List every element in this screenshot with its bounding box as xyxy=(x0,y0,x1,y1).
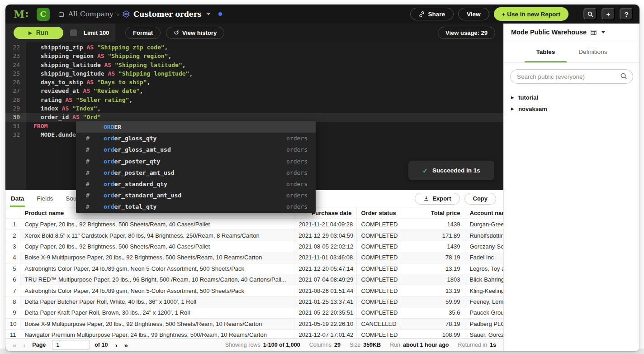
page-input[interactable] xyxy=(52,340,90,350)
schema-tree-item-novaksam[interactable]: ▶novaksam xyxy=(504,103,639,115)
line-number: 22 xyxy=(5,43,20,52)
cell-purchase-date: 2021-01-25 13:37:41 xyxy=(294,296,356,307)
play-icon: ▶ xyxy=(28,30,32,35)
cell-total-price: 13.19 xyxy=(400,285,465,296)
view-button[interactable]: View xyxy=(458,8,489,20)
tree-item-label: tutorial xyxy=(518,94,538,101)
cell-purchase-date: 2021-07-04 08:49:29 xyxy=(294,274,356,285)
cell-account-name: Padberg PLC xyxy=(465,318,503,329)
schema-tree-item-tutorial[interactable]: ▶tutorial xyxy=(504,92,639,103)
column-header[interactable]: Account name xyxy=(465,207,503,219)
cell-account-name: Legros, Toy an xyxy=(465,263,503,274)
code-text: reviewed_at AS "Review date", xyxy=(20,86,143,95)
view-usage-button[interactable]: View usage: 29 xyxy=(438,27,495,39)
view-history-button[interactable]: ↺ View history xyxy=(166,27,224,39)
numeric-column-icon: # xyxy=(76,203,104,210)
autocomplete-query-row[interactable]: ORDER xyxy=(76,121,316,133)
database-icon xyxy=(590,29,597,36)
check-icon: ✓ xyxy=(422,167,428,174)
results-footer: « ‹ Page of 10 › » Showing rows1-100 of … xyxy=(5,338,503,351)
workspace-icon[interactable]: C xyxy=(37,8,50,21)
option-source: orders xyxy=(286,203,316,210)
option-source: orders xyxy=(286,158,316,165)
breadcrumb-org[interactable]: All Company xyxy=(68,10,114,18)
sidebar-tab-definitions[interactable]: Definitions xyxy=(567,41,619,62)
table-row: 10Boise X-9 Multipurpose Paper, 20 lbs.,… xyxy=(5,318,503,329)
cell-purchase-date: 2021-08-05 22:02:12 xyxy=(294,241,356,252)
table-row: 7Astrobrights Color Paper, 24 lb./89 gsm… xyxy=(5,285,503,296)
plus-icon: + xyxy=(606,10,611,18)
use-in-new-report-button[interactable]: + Use in new Report xyxy=(494,7,568,21)
run-button[interactable]: ▶ Run xyxy=(14,27,63,39)
last-page-button[interactable]: » xyxy=(124,342,128,349)
table-row: 9Delta Paper Kraft Paper Roll, Brown, 30… xyxy=(5,307,503,318)
cell-total-price: 35.6 xyxy=(400,307,465,318)
results-tab-fields[interactable]: Fields xyxy=(36,190,54,207)
autocomplete-option[interactable]: #order_gloss_amt_usdorders xyxy=(76,144,316,155)
first-page-button[interactable]: « xyxy=(13,342,16,349)
autocomplete-option[interactable]: #order_gloss_qtyorders xyxy=(76,133,316,144)
code-text: shipping_zip AS "Shipping zip code", xyxy=(20,43,168,52)
autocomplete-option[interactable]: #order_standard_qtyorders xyxy=(76,178,316,190)
table-row: 11Navigator Premium Multipurpose Paper, … xyxy=(5,329,503,338)
code-line: 30 order_id AS "Ord" xyxy=(5,113,503,121)
tree-item-label: novaksam xyxy=(518,105,547,112)
cell-total-price: 78.19 xyxy=(400,318,465,329)
code-text: shipping_region AS "Shipping region", xyxy=(20,52,171,60)
format-button[interactable]: Format xyxy=(125,27,161,39)
cell-total-price: 171.89 xyxy=(400,230,465,241)
autocomplete-option[interactable]: #order_poster_qtyorders xyxy=(76,156,316,167)
results-tab-data[interactable]: Data xyxy=(10,190,25,207)
row-number: 10 xyxy=(5,318,20,329)
search-button[interactable] xyxy=(583,8,597,20)
add-button[interactable]: + xyxy=(601,8,615,20)
cell-purchase-date: 2021-11-01 03:46:08 xyxy=(294,252,356,263)
collection-icon xyxy=(58,11,65,18)
limit-checkbox[interactable] xyxy=(70,29,77,36)
chevron-down-icon[interactable] xyxy=(207,13,210,15)
autocomplete-option[interactable]: #order_total_qtyorders xyxy=(76,201,316,212)
option-source: orders xyxy=(286,135,316,142)
next-page-button[interactable]: › xyxy=(115,342,117,349)
cell-purchase-date: 2021-05-22 20:35:51 xyxy=(294,307,356,318)
table-row: 1Copy Paper, 20 lbs., 92 Brightness, 500… xyxy=(5,219,503,230)
chevron-right-icon: ▶ xyxy=(511,107,514,111)
cell-product-name: Navigator Premium Multipurpose Paper, 24… xyxy=(20,329,294,338)
cell-order-status: COMPLETED xyxy=(356,263,400,274)
copy-button[interactable]: Copy xyxy=(464,193,497,205)
autocomplete-option[interactable]: #order_standard_amt_usdorders xyxy=(76,190,316,201)
search-input[interactable] xyxy=(510,69,633,84)
report-title[interactable]: Customer orders xyxy=(133,10,201,19)
cell-purchase-date: 2021-12-20 05:47:14 xyxy=(294,263,356,274)
export-button[interactable]: Export xyxy=(415,193,459,205)
cell-order-status: COMPLETED xyxy=(356,285,400,296)
cell-product-name: Boise X-9 Multipurpose Paper, 20 lbs., 9… xyxy=(20,318,294,329)
warehouse-selector[interactable]: Mode Public Warehouse xyxy=(504,24,639,41)
schema-sidebar: Mode Public Warehouse TablesDefinitions … xyxy=(503,24,639,351)
code-text: index AS "Index", xyxy=(20,104,101,113)
option-source: orders xyxy=(286,169,316,176)
code-line: 27 reviewed_at AS "Review date", xyxy=(5,86,503,95)
cell-order-status: COMPLETED xyxy=(356,252,400,263)
help-button[interactable]: ? xyxy=(620,8,633,20)
row-number: 7 xyxy=(5,285,20,296)
sidebar-tab-tables[interactable]: Tables xyxy=(525,41,567,62)
cell-account-name: Sauer, Gorcza xyxy=(465,329,503,338)
numeric-column-icon: # xyxy=(76,158,104,165)
line-number: 25 xyxy=(5,69,20,78)
cell-product-name: Astrobrights Color Paper, 24 lb./89 gsm,… xyxy=(20,285,294,296)
breadcrumb-separator: › xyxy=(117,11,119,18)
code-text: order_id AS "Ord" xyxy=(20,113,101,121)
autocomplete-popup: ORDER#order_gloss_qtyorders#order_gloss_… xyxy=(76,121,316,213)
column-header[interactable]: Total price xyxy=(400,207,465,219)
mode-logo-icon[interactable]: M xyxy=(14,9,28,19)
column-header[interactable]: Order status xyxy=(356,207,400,219)
line-number: 26 xyxy=(5,78,20,86)
share-button[interactable]: Share xyxy=(410,8,454,20)
previous-page-button[interactable]: ‹ xyxy=(23,342,25,349)
search-icon xyxy=(587,11,594,18)
table-row: 5Astrobrights Color Paper, 24 lb./89 gsm… xyxy=(5,263,503,274)
cell-order-status: COMPLETED xyxy=(356,307,400,318)
result-stat: Showing rows1-100 of 1,000 xyxy=(225,342,300,348)
autocomplete-option[interactable]: #order_poster_amt_usdorders xyxy=(76,167,316,178)
